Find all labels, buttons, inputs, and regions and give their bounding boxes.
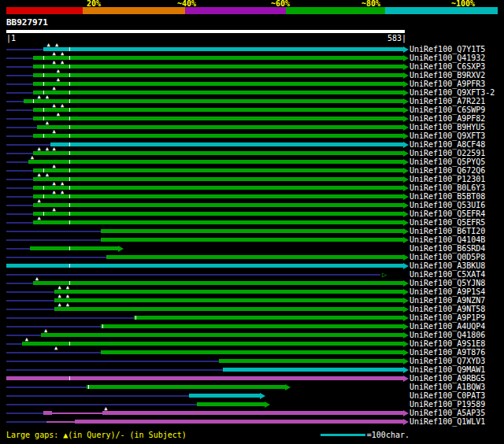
hit-label[interactable]: UniRef100_Q5EFR4 (410, 210, 485, 218)
hit-label[interactable]: UniRef100_Q7XYD3 (410, 357, 485, 365)
hit-label[interactable]: UniRef100_A9NZN7 (410, 297, 485, 305)
alignment-bar[interactable] (50, 142, 403, 146)
alignment-bar[interactable] (33, 117, 403, 120)
hit-label[interactable]: UniRef100_C5XAT4 (410, 271, 485, 279)
hit-label[interactable]: UniRef100_C6SXP3 (410, 63, 485, 71)
hit-label[interactable]: UniRef100_A9S1E8 (410, 340, 485, 348)
alignment-bar[interactable] (101, 238, 403, 242)
hit-label[interactable]: UniRef100_B6TI20 (410, 228, 485, 235)
alignment-bar[interactable] (197, 402, 265, 406)
alignment-bar[interactable] (101, 229, 403, 233)
alignment-bar[interactable] (33, 151, 403, 155)
direction-arrow-icon (403, 376, 409, 382)
hit-row: ▲▲UniRef100_Q41932 (0, 54, 504, 62)
alignment-bar[interactable] (22, 342, 403, 346)
alignment-bar[interactable] (189, 394, 260, 398)
hit-label[interactable]: UniRef100_A8CF48 (410, 141, 485, 149)
alignment-bar[interactable] (41, 333, 403, 337)
alignment-bar[interactable] (6, 264, 403, 268)
hit-label[interactable]: UniRef100_C0PAT3 (410, 392, 485, 400)
hit-label[interactable]: UniRef100_A9P1S4 (410, 288, 485, 296)
hit-label[interactable]: UniRef100_Q9MAW1 (410, 366, 485, 374)
alignment-bar[interactable] (87, 385, 285, 389)
segment-boundary-tick (43, 117, 44, 120)
alignment-bar[interactable] (223, 368, 403, 372)
direction-arrow-icon (403, 254, 409, 261)
alignment-bar[interactable] (33, 194, 403, 198)
alignment-bar[interactable] (33, 56, 403, 60)
alignment-bar[interactable] (30, 246, 118, 250)
segment-boundary-tick (69, 160, 70, 164)
hit-label[interactable]: UniRef100_A7R221 (410, 98, 485, 105)
alignment-bar[interactable] (37, 125, 403, 129)
hit-label[interactable]: UniRef100_Q672Q6 (410, 167, 485, 175)
hit-label[interactable]: UniRef100_Q53UI6 (410, 202, 485, 209)
hit-label[interactable]: UniRef100_Q41806 (410, 331, 485, 339)
alignment-bar[interactable] (24, 99, 403, 103)
alignment-bar[interactable] (106, 255, 403, 259)
hit-label[interactable]: UniRef100_Q5EFR5 (410, 219, 485, 227)
hit-label[interactable]: UniRef100_O22591 (410, 150, 485, 157)
hit-label[interactable]: UniRef100_Q41932 (410, 54, 485, 62)
segment-boundary-tick (43, 65, 44, 68)
hit-label[interactable]: UniRef100_A9P1P9 (410, 314, 485, 322)
alignment-bar[interactable] (33, 220, 403, 224)
hit-label[interactable]: UniRef100_Q9XFT3 (410, 132, 485, 140)
alignment-bar[interactable] (102, 411, 403, 415)
hit-label[interactable]: UniRef100_C6SWP9 (410, 106, 485, 114)
alignment-bar[interactable] (28, 160, 403, 164)
hit-label[interactable]: UniRef100_Q5PYQ5 (410, 158, 485, 166)
alignment-bar[interactable] (6, 376, 403, 380)
alignment-bar[interactable] (219, 359, 403, 363)
hit-label[interactable]: UniRef100_A9NT58 (410, 305, 485, 313)
hit-label[interactable]: UniRef100_Q7Y1T5 (410, 46, 485, 54)
alignment-bar[interactable] (33, 91, 403, 94)
hit-label[interactable]: UniRef100_A4UQP4 (410, 323, 485, 331)
alignment-bar[interactable] (54, 290, 403, 294)
alignment-bar[interactable] (33, 212, 403, 216)
hit-label[interactable]: UniRef100_A9PF82 (410, 115, 485, 123)
hit-label[interactable]: UniRef100_B6SRD4 (410, 245, 485, 253)
alignment-bar[interactable] (46, 421, 75, 423)
identity-scale-segment (6, 7, 83, 14)
hit-label[interactable]: UniRef100_Q0D5P8 (410, 253, 485, 261)
alignment-bar[interactable] (101, 324, 403, 328)
alignment-bar[interactable] (33, 186, 403, 190)
hit-label[interactable]: UniRef100_B9HYU5 (410, 124, 485, 131)
hit-label[interactable]: UniRef100_A9T876 (410, 349, 485, 357)
alignment-bar[interactable] (33, 73, 403, 77)
hit-label[interactable]: UniRef100_B5BT08 (410, 193, 485, 201)
hit-label[interactable]: UniRef100_A9RBG5 (410, 375, 485, 383)
hit-label[interactable]: UniRef100_A9PFR3 (410, 80, 485, 88)
alignment-bar[interactable] (134, 316, 403, 320)
alignment-bar[interactable] (33, 65, 403, 68)
hit-label[interactable]: UniRef100_P12301 (410, 176, 485, 183)
alignment-bar[interactable] (33, 177, 403, 181)
alignment-bar[interactable] (52, 413, 102, 414)
alignment-bar[interactable] (43, 411, 52, 415)
alignment-bar[interactable] (54, 298, 403, 302)
alignment-bar[interactable] (33, 108, 403, 112)
alignment-bar[interactable] (101, 350, 403, 354)
hit-label[interactable]: UniRef100_Q1WLV1 (410, 418, 485, 426)
alignment-bar[interactable] (33, 134, 403, 138)
alignment-bar[interactable] (33, 281, 403, 285)
hit-label[interactable]: UniRef100_B0L6Y3 (410, 184, 485, 192)
hit-label[interactable]: UniRef100_A1BQW3 (410, 383, 485, 391)
query-gap-marker: ▲ (37, 198, 40, 204)
alignment-bar[interactable] (43, 47, 403, 51)
alignment-bar[interactable] (33, 203, 403, 207)
hit-label[interactable]: UniRef100_B9RXV2 (410, 72, 485, 80)
alignment-bar[interactable] (54, 307, 403, 311)
hit-label[interactable]: UniRef100_Q4104B (410, 236, 485, 244)
hit-label[interactable]: UniRef100_A3BKU8 (410, 262, 485, 270)
hit-label[interactable]: UniRef100_A5AP35 (410, 409, 485, 417)
alignment-bar[interactable] (33, 82, 403, 86)
subject-flank-line (6, 413, 43, 414)
alignment-bar[interactable] (33, 168, 403, 172)
hit-label[interactable]: UniRef100_P19589 (410, 401, 485, 409)
hit-label[interactable]: UniRef100_Q5YJN8 (410, 279, 485, 287)
query-gap-marker: ▲ (46, 94, 49, 100)
alignment-bar[interactable] (75, 420, 403, 424)
hit-label[interactable]: UniRef100_Q9XFT3-2 (410, 89, 495, 97)
